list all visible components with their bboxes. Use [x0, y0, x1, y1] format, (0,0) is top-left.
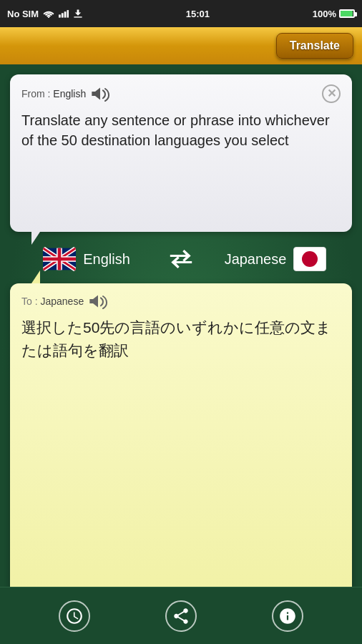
share-icon	[172, 607, 190, 625]
svg-rect-1	[59, 14, 61, 17]
source-language-selector[interactable]: English	[10, 247, 163, 271]
main-content: From : English ✕ Translate any sentence …	[0, 64, 362, 644]
status-left: No SIM	[7, 9, 83, 19]
from-label: From : English	[21, 88, 86, 99]
header-bar: Translate	[0, 27, 362, 64]
source-card: From : English ✕ Translate any sentence …	[10, 74, 352, 232]
to-label: To : Japanese	[21, 296, 84, 307]
source-text[interactable]: Translate any sentence or phrase into wh…	[21, 110, 341, 150]
source-card-header: From : English ✕	[21, 84, 341, 103]
signal-icon	[59, 9, 69, 18]
language-selector: English Japanese	[10, 232, 352, 283]
carrier-text: No SIM	[7, 9, 39, 19]
speaker-icon	[90, 86, 110, 102]
dest-language-label: Japanese	[40, 296, 84, 307]
source-speaker-button[interactable]	[90, 86, 110, 102]
dest-speaker-button[interactable]	[88, 293, 108, 309]
swap-icon	[167, 248, 195, 270]
status-right: 100%	[313, 9, 355, 19]
dest-card-header-left: To : Japanese	[21, 293, 108, 309]
dest-card-header: To : Japanese	[21, 293, 341, 309]
status-time: 15:01	[186, 9, 210, 19]
dest-text[interactable]: 選択した50先の言語のいずれかに任意の文または語句を翻訳	[21, 316, 341, 361]
history-button[interactable]	[59, 600, 90, 632]
battery-fill	[341, 11, 353, 16]
dest-language-selector[interactable]: Japanese	[199, 247, 352, 271]
japan-flag-circle	[302, 251, 318, 267]
bottom-toolbar	[0, 587, 362, 644]
svg-rect-2	[62, 13, 64, 17]
translate-button[interactable]: Translate	[276, 33, 353, 59]
svg-rect-5	[74, 16, 82, 17]
download-icon	[73, 9, 83, 19]
info-icon	[278, 607, 297, 625]
share-button[interactable]	[165, 600, 197, 632]
swap-languages-button[interactable]	[163, 245, 199, 273]
source-language-label: English	[53, 88, 86, 99]
uk-flag-icon	[43, 247, 76, 271]
svg-rect-3	[64, 11, 67, 17]
wifi-icon	[43, 9, 54, 18]
dest-language-text: Japanese	[225, 251, 287, 268]
svg-point-0	[48, 16, 49, 18]
battery-percent: 100%	[313, 9, 336, 19]
info-button[interactable]	[272, 600, 303, 632]
battery-icon	[339, 9, 355, 18]
dest-speaker-icon	[88, 293, 108, 309]
status-bar: No SIM 15:01 100%	[0, 0, 362, 27]
svg-rect-14	[58, 248, 62, 270]
svg-rect-4	[67, 10, 69, 18]
source-card-header-left: From : English	[21, 86, 110, 102]
source-language-text: English	[83, 251, 130, 268]
close-button[interactable]: ✕	[322, 84, 341, 103]
japan-flag-icon	[293, 247, 326, 271]
history-icon	[65, 607, 84, 625]
